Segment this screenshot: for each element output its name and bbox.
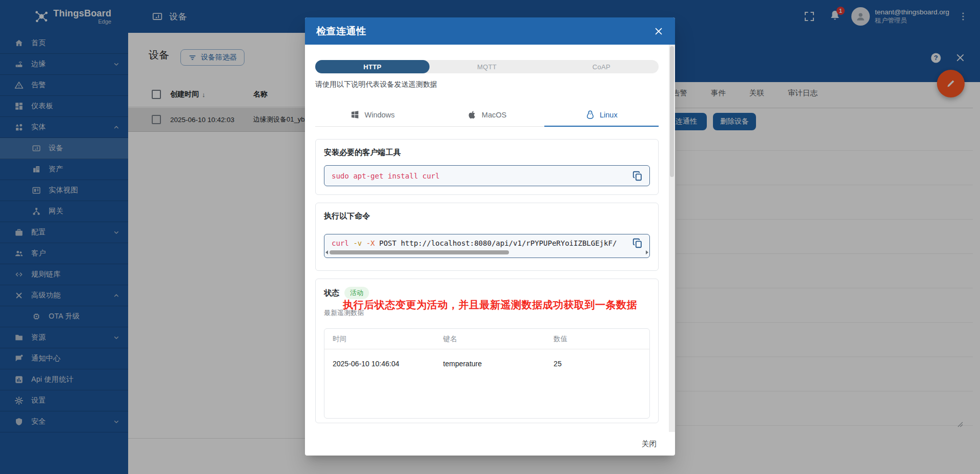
install-command-box: sudo apt-get install curl bbox=[324, 165, 650, 186]
status-badge: 活动 bbox=[344, 287, 369, 299]
dialog-body: HTTPMQTTCoAP 请使用以下说明代表设备发送遥测数据 WindowsMa… bbox=[305, 45, 675, 432]
telemetry-column-header: 数值 bbox=[545, 334, 649, 344]
command-token: -v bbox=[349, 239, 362, 247]
telemetry-column-header: 时间 bbox=[324, 334, 435, 344]
execute-command-section: 执行以下命令 curl -v -X POST http://localhost:… bbox=[315, 203, 659, 271]
close-button[interactable]: 关闭 bbox=[637, 435, 662, 453]
horizontal-scrollbar[interactable] bbox=[324, 249, 649, 255]
command-token: -X bbox=[362, 239, 375, 247]
os-tab-linux[interactable]: Linux bbox=[544, 103, 659, 126]
scrollbar-thumb[interactable] bbox=[330, 250, 509, 254]
os-tab-macos[interactable]: MacOS bbox=[430, 103, 544, 126]
telemetry-table-body: 2025-06-10 10:46:04temperature25 bbox=[324, 349, 649, 378]
protocol-tab-mqtt[interactable]: MQTT bbox=[430, 60, 544, 73]
os-tab-bar: WindowsMacOSLinux bbox=[315, 103, 659, 127]
dialog-scrollbar[interactable] bbox=[669, 45, 675, 432]
copy-icon[interactable] bbox=[632, 238, 643, 249]
telemetry-column-header: 键名 bbox=[435, 334, 546, 344]
os-tab-label: MacOS bbox=[482, 111, 506, 119]
windows-icon bbox=[350, 110, 360, 120]
command-token: sudo apt-get install curl bbox=[332, 172, 440, 180]
protocol-tab-coap[interactable]: CoAP bbox=[544, 60, 659, 73]
command-token: curl bbox=[332, 239, 349, 247]
apple-icon bbox=[467, 110, 477, 120]
dialog-header: 检查连通性 bbox=[305, 17, 675, 45]
copy-icon[interactable] bbox=[632, 170, 643, 182]
scroll-left-icon[interactable] bbox=[325, 250, 328, 254]
linux-icon bbox=[585, 110, 595, 120]
telemetry-cell: 2025-06-10 10:46:04 bbox=[324, 360, 435, 368]
telemetry-table: 时间键名数值 2025-06-10 10:46:04temperature25 bbox=[324, 328, 650, 419]
dialog-scrollbar-thumb[interactable] bbox=[670, 46, 674, 177]
protocol-tab-http[interactable]: HTTP bbox=[315, 60, 430, 73]
install-command-text: sudo apt-get install curl bbox=[332, 172, 627, 180]
protocol-tab-bar: HTTPMQTTCoAP bbox=[315, 60, 659, 73]
scroll-right-icon[interactable] bbox=[646, 250, 648, 254]
dialog-title: 检查连通性 bbox=[316, 25, 366, 38]
status-label: 状态 bbox=[324, 288, 339, 298]
telemetry-cell: temperature bbox=[435, 360, 546, 368]
instruction-text: 请使用以下说明代表设备发送遥测数据 bbox=[315, 80, 665, 89]
os-tab-label: Windows bbox=[364, 111, 395, 119]
check-connectivity-dialog: 检查连通性 HTTPMQTTCoAP 请使用以下说明代表设备发送遥测数据 Win… bbox=[305, 17, 675, 456]
execute-command-text: curl -v -X POST http://localhost:8080/ap… bbox=[332, 239, 627, 247]
telemetry-row: 2025-06-10 10:46:04temperature25 bbox=[324, 349, 649, 378]
execute-command-box: curl -v -X POST http://localhost:8080/ap… bbox=[324, 234, 650, 258]
dialog-close-icon[interactable] bbox=[654, 26, 664, 36]
app-root: ThingsBoard Edge 首页边缘告警仪表板实体设备资产实体视图网关配置… bbox=[0, 0, 980, 474]
os-tab-windows[interactable]: Windows bbox=[315, 103, 430, 126]
annotation-text: 执行后状态变更为活动，并且最新遥测数据成功获取到一条数据 bbox=[305, 298, 675, 312]
install-tools-section: 安装必要的客户端工具 sudo apt-get install curl bbox=[315, 139, 659, 195]
telemetry-table-header: 时间键名数值 bbox=[324, 329, 649, 349]
command-token: POST http://localhost:8080/api/v1/rPYPUP… bbox=[375, 239, 617, 247]
dialog-footer: 关闭 bbox=[305, 432, 675, 456]
install-section-title: 安装必要的客户端工具 bbox=[324, 147, 650, 157]
os-tab-label: Linux bbox=[600, 111, 618, 119]
execute-section-title: 执行以下命令 bbox=[324, 211, 650, 221]
telemetry-cell: 25 bbox=[545, 360, 649, 368]
